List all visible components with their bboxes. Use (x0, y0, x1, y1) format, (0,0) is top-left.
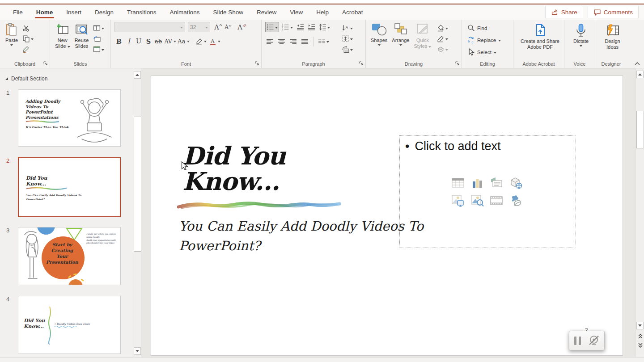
paste-button[interactable]: Paste (4, 22, 20, 54)
shape-fill-button[interactable] (436, 23, 449, 33)
insert-table-icon[interactable] (451, 176, 465, 189)
titlebar-strip (0, 0, 644, 4)
font-dialog-launcher[interactable] (255, 61, 259, 66)
align-center-button[interactable] (277, 37, 286, 46)
change-case-button[interactable]: Aa (177, 36, 186, 46)
format-painter-button[interactable] (21, 45, 34, 54)
tab-design[interactable]: Design (88, 4, 120, 20)
main-scrollbar[interactable] (636, 68, 644, 358)
thumbnail-scrollbar-thumb[interactable] (134, 117, 141, 252)
insert-icons-icon[interactable] (509, 194, 522, 207)
arrange-button[interactable]: Arrange (390, 22, 411, 54)
webcam-off-button[interactable] (588, 335, 600, 346)
text-direction-button[interactable]: A (341, 23, 354, 33)
comments-button[interactable]: Comments (588, 6, 639, 18)
tab-view[interactable]: View (283, 4, 309, 20)
tab-slideshow[interactable]: Slide Show (206, 4, 250, 20)
next-slide-button[interactable] (637, 341, 644, 349)
align-text-button[interactable] (341, 34, 354, 43)
main-scrollbar-thumb[interactable] (636, 111, 644, 148)
tab-transitions[interactable]: Transitions (120, 4, 163, 20)
cut-button[interactable] (21, 23, 34, 33)
main-scroll-down-button[interactable] (636, 322, 644, 329)
find-button[interactable]: Find (466, 23, 513, 33)
thumbnail-scroll-up-button[interactable] (134, 71, 141, 79)
slide-title-textbox[interactable]: Did You Know... (182, 143, 285, 194)
font-name-combobox[interactable] (114, 22, 185, 32)
font-color-button[interactable]: A (208, 37, 221, 46)
content-placeholder[interactable]: • Click to add text (399, 135, 576, 248)
section-header[interactable]: Default Section (5, 76, 47, 82)
reset-button[interactable] (92, 34, 105, 43)
insert-pictures-icon[interactable] (451, 194, 465, 207)
tab-animations[interactable]: Animations (163, 4, 207, 20)
highlight-color-button[interactable] (195, 37, 208, 46)
italic-button[interactable]: I (124, 36, 133, 46)
drawing-dialog-launcher[interactable] (455, 61, 460, 66)
clipboard-dialog-launcher[interactable] (43, 61, 48, 66)
tab-help[interactable]: Help (309, 4, 335, 20)
collapse-ribbon-button[interactable] (634, 62, 640, 66)
insert-stock-images-icon[interactable] (470, 194, 484, 207)
quick-styles-button[interactable]: Quick Styles (412, 22, 432, 54)
reuse-slides-button[interactable]: Reuse Slides (73, 22, 90, 54)
strikethrough-button[interactable]: ab (154, 36, 163, 46)
current-slide[interactable]: Did You Know... You Can Easily Add Doodl… (151, 76, 623, 355)
slide-thumbnail-3[interactable]: Start by Creating Your Presentation Figu… (18, 227, 121, 285)
design-ideas-button[interactable]: Design Ideas (595, 20, 630, 50)
clear-formatting-button[interactable]: A (237, 22, 246, 32)
align-right-button[interactable] (288, 37, 298, 46)
font-size-combobox[interactable]: 32 (188, 22, 210, 32)
replace-button[interactable]: bc Replace (466, 35, 513, 45)
shapes-button[interactable]: Shapes (369, 22, 389, 54)
thumbnail-scroll-down-button[interactable] (134, 347, 141, 355)
share-button[interactable]: Share (545, 6, 583, 18)
align-left-button[interactable] (265, 37, 275, 46)
create-pdf-button[interactable]: Create and Share Adobe PDF (513, 20, 567, 50)
grow-font-button[interactable]: A (214, 22, 223, 32)
select-button[interactable]: Select (466, 47, 513, 57)
slide-subtitle-textbox[interactable]: You Can Easily Add Doodly Videos To Powe… (179, 217, 424, 256)
underline-button[interactable]: U (134, 36, 143, 46)
decrease-indent-button[interactable] (296, 22, 305, 32)
shape-outline-button[interactable] (436, 34, 449, 43)
slide-thumbnail-1[interactable]: Adding Doodly Videos To PowerPoint Prese… (18, 89, 121, 147)
designer-group-label: Designer (595, 61, 627, 67)
insert-chart-icon[interactable] (470, 176, 484, 189)
slide-thumbnail-4[interactable]: Did You Know... • Doodly Video Goes Here (18, 296, 121, 354)
paragraph-dialog-launcher[interactable] (359, 61, 364, 66)
line-spacing-button[interactable] (318, 22, 331, 32)
layout-button[interactable] (92, 23, 105, 33)
new-slide-button[interactable]: New Slide (54, 22, 72, 54)
previous-slide-button[interactable] (637, 333, 644, 340)
text-shadow-button[interactable]: S (144, 36, 153, 46)
insert-video-icon[interactable] (490, 194, 503, 207)
section-button[interactable] (92, 45, 105, 54)
insert-3d-model-icon[interactable] (509, 176, 522, 189)
numbering-button[interactable]: 123 (281, 22, 294, 32)
tab-insert[interactable]: Insert (59, 4, 88, 20)
main-scroll-up-button[interactable] (636, 71, 644, 78)
share-icon (551, 8, 559, 16)
bold-button[interactable]: B (114, 36, 123, 46)
dictate-button[interactable]: Dictate (564, 20, 597, 47)
insert-smartart-icon[interactable] (490, 176, 503, 189)
justify-button[interactable] (300, 37, 309, 46)
pause-recording-button[interactable] (574, 337, 581, 345)
tab-review[interactable]: Review (250, 4, 283, 20)
editing-group-label: Editing (462, 61, 513, 67)
shape-effects-button[interactable] (436, 45, 449, 54)
slide-thumbnail-2-selected[interactable]: Did You Know... You Can Easily Add Doodl… (18, 157, 121, 217)
bullets-button[interactable] (265, 22, 279, 32)
justify-icon (301, 38, 309, 46)
thumbnail-scrollbar[interactable] (133, 68, 141, 358)
shrink-font-button[interactable]: A (224, 22, 233, 32)
columns-button[interactable] (317, 37, 330, 46)
copy-button[interactable] (21, 34, 34, 43)
increase-indent-button[interactable] (307, 22, 316, 32)
tab-file[interactable]: File (6, 4, 30, 20)
convert-smartart-button[interactable] (341, 45, 354, 54)
tab-home[interactable]: Home (30, 4, 60, 20)
tab-acrobat[interactable]: Acrobat (335, 4, 370, 20)
character-spacing-button[interactable]: AV (164, 36, 173, 46)
